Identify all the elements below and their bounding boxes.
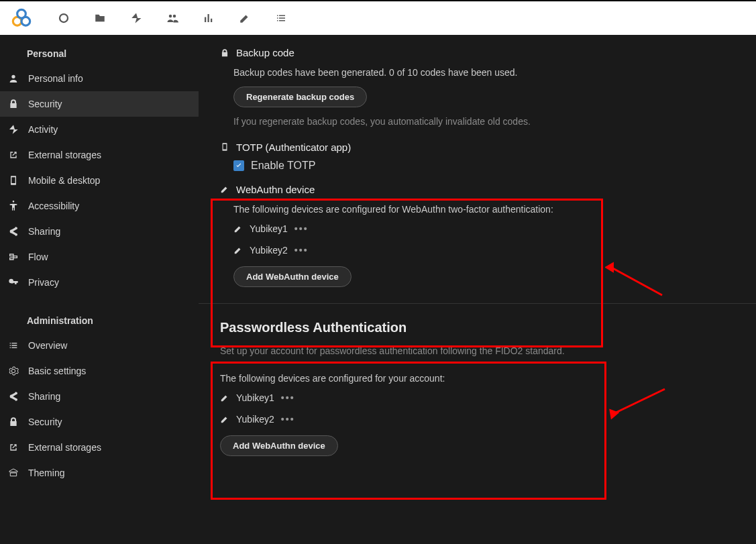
sidebar-item-label: Sharing [28,226,60,237]
enable-totp-checkbox[interactable] [233,160,244,171]
annotation-arrow [605,262,665,302]
flow-icon [8,252,19,262]
sidebar-item-basic-settings[interactable]: Basic settings [0,358,199,384]
main-content: Backup code Backup codes have been gener… [199,35,756,544]
sidebar-item-overview[interactable]: Overview [0,333,199,358]
pencil-icon [233,224,243,233]
totp-title: TOTP (Authenticator app) [236,142,351,153]
user-icon [8,73,19,84]
sidebar-item-flow[interactable]: Flow [0,244,199,270]
phone-icon [8,175,19,186]
webauthn-device-row: Yubikey1 ••• [233,223,743,234]
device-actions-menu[interactable]: ••• [294,246,309,255]
sidebar: Personal Personal info Security Activity… [0,35,199,544]
device-actions-menu[interactable]: ••• [281,393,295,402]
pencil-icon [220,393,229,402]
app-logo[interactable] [5,2,38,34]
lock-icon [8,99,19,109]
sidebar-item-mobile-desktop[interactable]: Mobile & desktop [0,168,199,193]
sidebar-item-label: Overview [28,340,67,351]
list-icon [8,340,19,351]
svg-point-3 [60,14,68,22]
nav-edit-icon[interactable] [227,1,263,35]
key-icon [8,277,19,288]
passwordless-desc: Set up your account for passwordless aut… [220,343,743,358]
sidebar-item-admin-sharing[interactable]: Sharing [0,384,199,409]
sidebar-item-sharing[interactable]: Sharing [0,219,199,244]
webauthn-title: WebAuthn device [236,184,315,195]
nav-users-icon[interactable] [154,1,191,35]
nav-activity-icon[interactable] [118,1,154,35]
sidebar-item-personal-info[interactable]: Personal info [0,66,199,91]
passwordless-title: Passwordless Authentication [220,320,743,335]
pencil-icon [220,415,229,424]
nav-files-icon[interactable] [82,1,118,35]
bolt-icon [8,124,19,135]
enable-totp-label: Enable TOTP [251,160,315,172]
device-actions-menu[interactable]: ••• [281,415,295,424]
sidebar-item-label: Flow [28,252,48,262]
sidebar-item-label: Mobile & desktop [28,175,100,186]
add-webauthn-device-button-2[interactable]: Add WebAuthn device [220,435,338,456]
backup-code-section-header: Backup code [220,47,743,58]
add-webauthn-device-button[interactable]: Add WebAuthn device [233,266,352,287]
webauthn-device-name: Yubikey1 [250,223,288,234]
lock-icon [8,417,19,427]
sidebar-item-label: Theming [28,468,64,478]
sidebar-item-label: Privacy [28,277,59,288]
passwordless-configured-text: The following devices are configured for… [220,371,743,386]
sidebar-item-label: Sharing [28,391,60,402]
sidebar-item-admin-security[interactable]: Security [0,409,199,435]
sidebar-header-personal: Personal [0,40,199,66]
webauthn-device-name: Yubikey2 [250,245,288,256]
sidebar-item-privacy[interactable]: Privacy [0,270,199,295]
sidebar-item-security[interactable]: Security [0,91,199,117]
sidebar-item-theming[interactable]: Theming [0,460,199,486]
sidebar-item-label: Basic settings [28,366,86,376]
topbar [0,0,756,35]
sidebar-item-label: Accessibility [28,201,79,211]
share-icon [8,391,19,402]
nav-dashboard-icon[interactable] [46,1,82,35]
svg-point-2 [17,9,26,18]
passwordless-device-name: Yubikey2 [236,414,274,425]
section-divider [199,303,756,304]
sidebar-item-accessibility[interactable]: Accessibility [0,193,199,219]
pencil-icon [220,184,229,194]
sidebar-item-label: External storages [28,150,101,160]
webauthn-device-row: Yubikey2 ••• [233,245,743,256]
regenerate-backup-codes-button[interactable]: Regenerate backup codes [233,87,367,107]
lock-icon [220,48,229,58]
phone-icon [220,142,229,152]
sidebar-item-admin-external-storages[interactable]: External storages [0,435,199,460]
sidebar-item-label: Security [28,99,62,109]
device-actions-menu[interactable]: ••• [294,224,309,233]
passwordless-device-row: Yubikey1 ••• [220,392,743,403]
external-icon [8,150,19,160]
share-icon [8,226,19,237]
accessibility-icon [8,201,19,211]
external-icon [8,442,19,453]
sidebar-item-label: Personal info [28,73,83,84]
sidebar-header-admin: Administration [0,307,199,333]
backup-status-text: Backup codes have been generated. 0 of 1… [233,65,743,80]
webauthn-desc: The following devices are configured for… [233,202,743,217]
pencil-icon [233,246,243,255]
theme-icon [8,468,19,478]
svg-marker-5 [605,262,618,276]
sidebar-item-external-storages[interactable]: External storages [0,142,199,168]
passwordless-device-row: Yubikey2 ••• [220,414,743,425]
svg-line-4 [610,267,662,295]
nav-list-icon[interactable] [263,1,299,35]
webauthn-section-header: WebAuthn device [220,184,743,195]
backup-code-title: Backup code [236,47,294,58]
totp-section-header: TOTP (Authenticator app) [220,142,743,153]
gear-icon [8,366,19,376]
sidebar-item-label: External storages [28,442,101,453]
nav-stats-icon[interactable] [191,1,227,35]
passwordless-device-name: Yubikey1 [236,392,274,403]
backup-warning-text: If you regenerate backup codes, you auto… [233,114,743,129]
sidebar-item-label: Security [28,417,62,427]
sidebar-item-activity[interactable]: Activity [0,117,199,142]
sidebar-item-label: Activity [28,124,58,135]
